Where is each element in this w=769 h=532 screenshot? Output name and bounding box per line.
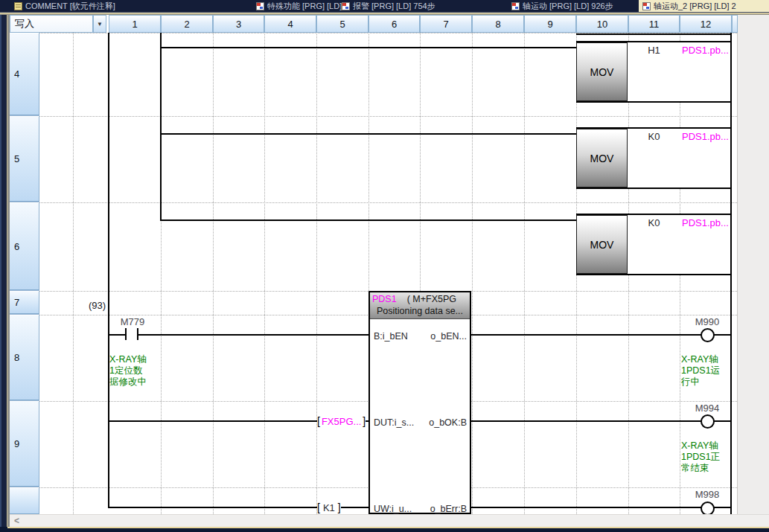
fb-pin-output-o-berr[interactable]: o_bErr:B — [418, 504, 467, 514]
horizontal-scrollbar[interactable]: < — [10, 514, 769, 527]
editor-outside-area — [737, 15, 769, 514]
column-header-6: 6 — [368, 15, 420, 33]
contact-gap — [127, 333, 137, 336]
coil-device-label: M994 — [685, 403, 730, 414]
gridline — [39, 202, 737, 203]
column-header-4: 4 — [264, 15, 316, 33]
column-header-2: 2 — [161, 15, 213, 33]
gridline — [524, 33, 525, 514]
function-block-pds1[interactable]: PDS1 ( M+FX5PG Positioning data se... B:… — [368, 291, 471, 514]
tab-label: 轴运动_2 [PRG] [LD] 2 — [654, 1, 736, 12]
tab-label: 轴运动 [PRG] [LD] 926步 — [523, 1, 613, 12]
fb-argument-fx5pg[interactable]: [ FX5PG... ] — [317, 415, 366, 427]
chevron-left-icon[interactable]: < — [14, 516, 19, 526]
column-header-7: 7 — [420, 15, 472, 33]
coil-symbol-m994[interactable] — [701, 414, 715, 429]
tab-alarm[interactable]: 报警 [PRG] [LD] 754步 — [338, 0, 465, 12]
window-bottom-accent-line — [7, 527, 769, 528]
fb-type-label: ( M+FX5PG — [407, 294, 456, 304]
program-icon — [642, 2, 651, 10]
mov-box: MOV — [576, 42, 628, 101]
bracket-close: ] — [363, 415, 366, 427]
comment-icon — [14, 2, 22, 10]
mov-source-operand[interactable]: K0 — [628, 217, 680, 228]
tab-axis-motion-2-active[interactable]: 轴运动_2 [PRG] [LD] 2 — [639, 0, 769, 12]
fb-pin-output-o-bok[interactable]: o_bOK:B — [418, 417, 467, 428]
fb-argument-k1[interactable]: [ K1 ] — [317, 501, 341, 513]
mode-selector[interactable]: 写入 — [10, 15, 93, 33]
fb-pin-input-i-u[interactable]: UW:i_u... — [374, 504, 420, 514]
rung-wire-row9-right — [471, 420, 731, 422]
row-header-4[interactable]: 4 — [10, 33, 39, 115]
program-icon — [342, 2, 350, 10]
tab-label: 特殊功能 [PRG] [LD] 11... — [267, 1, 342, 12]
coil-symbol-m990[interactable] — [701, 328, 715, 342]
fb-pin-input-i-s[interactable]: DUT:i_s... — [374, 417, 420, 428]
tab-label: COMMENT [软元件注释] — [25, 1, 115, 12]
column-header-8: 8 — [472, 15, 524, 33]
mov-instruction-row5[interactable]: MOV K0 PDS1.pb... — [576, 127, 730, 189]
fb-argument-label: K1 — [320, 502, 338, 513]
gridline — [213, 33, 214, 514]
tab-special-function[interactable]: 特殊功能 [PRG] [LD] 11... — [252, 0, 342, 12]
mov-box: MOV — [576, 129, 628, 188]
rung-wire-row4 — [161, 47, 576, 48]
column-header-3: 3 — [213, 15, 264, 33]
mov-box: MOV — [576, 215, 628, 274]
tab-label: 报警 [PRG] [LD] 754步 — [353, 1, 435, 12]
mov-destination-operand[interactable]: PDS1.pb... — [682, 217, 729, 228]
coil-comment: X-RAY轴 1PDS1运 行中 — [681, 354, 730, 388]
document-tab-bar: COMMENT [软元件注释] 特殊功能 [PRG] [LD] 11... 报警… — [0, 0, 769, 12]
column-header-5: 5 — [316, 15, 368, 33]
coil-device-label: M990 — [685, 316, 730, 327]
rung-wire-row8-left — [109, 334, 368, 336]
step-number: (93) — [63, 300, 106, 311]
column-header-11: 11 — [628, 15, 680, 33]
column-header-10: 10 — [576, 15, 628, 33]
right-power-rail — [730, 33, 732, 514]
row-header-9[interactable]: 9 — [10, 401, 39, 487]
column-header-filler — [732, 15, 738, 33]
mov-destination-operand[interactable]: PDS1.pb... — [682, 131, 729, 142]
mov-source-operand[interactable]: K0 — [628, 131, 680, 142]
rung-wire-row5 — [161, 133, 576, 135]
column-header-1: 1 — [109, 15, 161, 33]
rung-wire-row10-right — [471, 507, 731, 508]
mov-instruction-row6[interactable]: MOV K0 PDS1.pb... — [576, 214, 730, 275]
coil-comment: X-RAY轴 1PDS1正 常结束 — [681, 440, 730, 474]
fb-subtitle: Positioning data se... — [370, 306, 470, 319]
row-header-7[interactable]: 7 — [10, 291, 39, 314]
left-power-rail — [108, 33, 109, 508]
gridline — [264, 33, 265, 514]
chevron-down-icon: ▼ — [97, 21, 103, 28]
column-header-12: 12 — [680, 15, 732, 33]
contact-device-label: M779 — [110, 316, 155, 327]
contact-comment: X-RAY轴 1定位数 据修改中 — [109, 354, 157, 388]
tab-comment[interactable]: COMMENT [软元件注释] — [10, 0, 181, 12]
mode-selector-dropdown-button[interactable]: ▼ — [93, 15, 106, 33]
fb-instance-name: PDS1 — [372, 294, 397, 304]
bracket-close: ] — [338, 501, 341, 513]
row-header-8[interactable]: 8 — [10, 315, 39, 400]
program-icon — [511, 2, 520, 10]
row-header-5[interactable]: 5 — [10, 116, 39, 202]
plc-ladder-editor-window: COMMENT [软元件注释] 特殊功能 [PRG] [LD] 11... 报警… — [0, 0, 769, 532]
gridline — [39, 116, 737, 117]
mov-destination-operand[interactable]: PDS1.pb... — [682, 45, 729, 56]
fb-pin-input-i-ben[interactable]: B:i_bEN — [374, 331, 420, 342]
tab-axis-motion[interactable]: 轴运动 [PRG] [LD] 926步 — [508, 0, 642, 12]
program-icon — [256, 2, 264, 10]
rung-wire-row6 — [161, 219, 576, 221]
row-header-10-partial[interactable] — [10, 487, 39, 514]
gridline — [73, 33, 74, 514]
rung-wire-row8-right — [471, 334, 731, 336]
contact-symbol[interactable] — [137, 328, 138, 340]
contact-symbol[interactable] — [125, 328, 127, 340]
coil-device-label: M998 — [685, 489, 730, 500]
mov-source-operand[interactable]: H1 — [628, 45, 680, 56]
column-header-9: 9 — [524, 15, 576, 33]
cutoff-instruction-border — [576, 33, 730, 35]
mov-instruction-row4[interactable]: MOV H1 PDS1.pb... — [576, 41, 730, 103]
row-header-6[interactable]: 6 — [10, 202, 39, 290]
fb-pin-output-o-ben[interactable]: o_bEN... — [418, 331, 467, 342]
